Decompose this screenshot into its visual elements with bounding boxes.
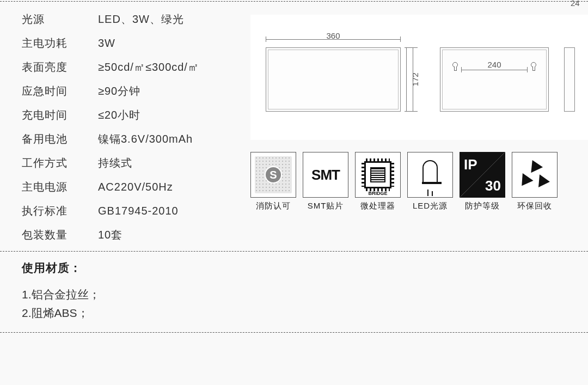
- fire-cert-icon: S: [250, 152, 296, 198]
- spec-row: 备用电池镍镉3.6V/300mAh: [22, 127, 245, 151]
- ip-top: IP: [464, 156, 477, 173]
- panel-front-icon: [266, 47, 401, 112]
- back-view: 240: [440, 47, 549, 112]
- badge-led: LED光源: [407, 152, 453, 211]
- badge-mcu: BRIDGE 微处理器: [355, 152, 401, 211]
- recycle-icon: [512, 152, 558, 198]
- spec-value: 镍镉3.6V/300mAh: [98, 132, 193, 146]
- material-item: 1.铝合金拉丝；: [22, 285, 588, 304]
- spec-row: 主电功耗3W: [22, 31, 245, 55]
- smt-text-icon: SMT: [311, 167, 340, 184]
- spec-table: 光源LED、3W、绿光 主电功耗3W 表面亮度≥50cd/㎡≤300cd/㎡ 应…: [0, 4, 250, 247]
- spec-row: 充电时间≤20小时: [22, 103, 245, 127]
- spec-value: ≤20小时: [98, 108, 140, 123]
- dimension-tick: [400, 36, 401, 42]
- spec-row: 应急时间≥90分钟: [22, 79, 245, 103]
- dimension-diagram: 360 172: [250, 15, 588, 140]
- dimension-height: 172: [411, 72, 420, 86]
- badge-caption: SMT贴片: [303, 201, 348, 211]
- panel-side-icon: [564, 47, 575, 112]
- spec-value: ≥90分钟: [98, 84, 140, 99]
- badge-smt: SMT SMT贴片: [303, 152, 348, 211]
- dimension-tick: [405, 111, 418, 112]
- spec-row: 工作方式持续式: [22, 151, 245, 175]
- ip-rating-icon: IP 30: [460, 152, 505, 198]
- section-divider-mid: [0, 251, 588, 252]
- spec-value: GB17945-2010: [98, 205, 179, 217]
- dimension-line: [266, 39, 401, 40]
- spec-row: 包装数量10套: [22, 223, 245, 247]
- spec-value: 3W: [98, 37, 115, 50]
- spec-label: 执行标准: [22, 204, 98, 218]
- spec-row: 光源LED、3W、绿光: [22, 7, 245, 31]
- diagram-and-badges: 360 172: [250, 4, 588, 247]
- materials-heading: 使用材质：: [22, 260, 588, 276]
- front-view: 360 172: [266, 47, 401, 112]
- spec-value: AC220V/50Hz: [98, 181, 173, 193]
- spec-area: 光源LED、3W、绿光 主电功耗3W 表面亮度≥50cd/㎡≤300cd/㎡ 应…: [0, 4, 588, 247]
- spec-label: 包装数量: [22, 228, 98, 242]
- dimension-mount-spacing: 240: [440, 60, 548, 69]
- dimension-tick: [527, 67, 528, 72]
- spec-row: 表面亮度≥50cd/㎡≤300cd/㎡: [22, 55, 245, 79]
- spec-value: 10套: [98, 228, 122, 242]
- panel-back-icon: 240: [440, 47, 549, 112]
- badge-recycle: 环保回收: [512, 152, 558, 211]
- spec-label: 工作方式: [22, 156, 98, 170]
- spec-value: LED、3W、绿光: [98, 12, 184, 27]
- chip-label: BRIDGE: [356, 191, 400, 196]
- badge-caption: 环保回收: [512, 201, 558, 211]
- spec-label: 充电时间: [22, 108, 98, 123]
- badge-caption: LED光源: [407, 201, 453, 211]
- ip-bottom: 30: [485, 178, 501, 194]
- side-view: [564, 47, 575, 112]
- spec-label: 表面亮度: [22, 60, 98, 75]
- spec-label: 光源: [22, 12, 98, 27]
- smt-icon: SMT: [303, 152, 348, 198]
- spec-value: 持续式: [98, 156, 132, 170]
- spec-label: 主电电源: [22, 180, 98, 194]
- dimension-tick: [461, 67, 462, 72]
- section-divider-bottom: [0, 332, 588, 333]
- badge-caption: 防护等级: [460, 201, 505, 211]
- spec-label: 主电功耗: [22, 36, 98, 51]
- badge-caption: 微处理器: [355, 201, 401, 211]
- dimension-line: [406, 47, 407, 112]
- spec-label: 备用电池: [22, 132, 98, 146]
- section-divider-top: [0, 1, 588, 2]
- chip-icon: BRIDGE: [355, 152, 401, 198]
- spec-row: 执行标准GB17945-2010: [22, 199, 245, 223]
- dimension-line: [461, 70, 528, 70]
- dimension-tick: [405, 47, 418, 48]
- dimension-height-group: 172: [403, 47, 419, 112]
- badge-fire-cert: S 消防认可: [250, 152, 296, 211]
- spec-value: ≥50cd/㎡≤300cd/㎡: [98, 60, 199, 75]
- dimension-tick: [266, 36, 266, 42]
- material-item: 2.阻烯ABS；: [22, 304, 588, 322]
- spec-label: 应急时间: [22, 84, 98, 99]
- badge-ip-rating: IP 30 防护等级: [460, 152, 505, 211]
- materials-section: 使用材质： 1.铝合金拉丝； 2.阻烯ABS；: [0, 252, 588, 322]
- certification-badges: S 消防认可 SMT SMT贴片 B: [250, 140, 588, 211]
- badge-caption: 消防认可: [250, 201, 296, 211]
- s-mark-icon: S: [265, 166, 282, 184]
- led-icon: [407, 152, 453, 198]
- spec-row: 主电电源AC220V/50Hz: [22, 175, 245, 199]
- dimension-depth: 24: [571, 0, 580, 8]
